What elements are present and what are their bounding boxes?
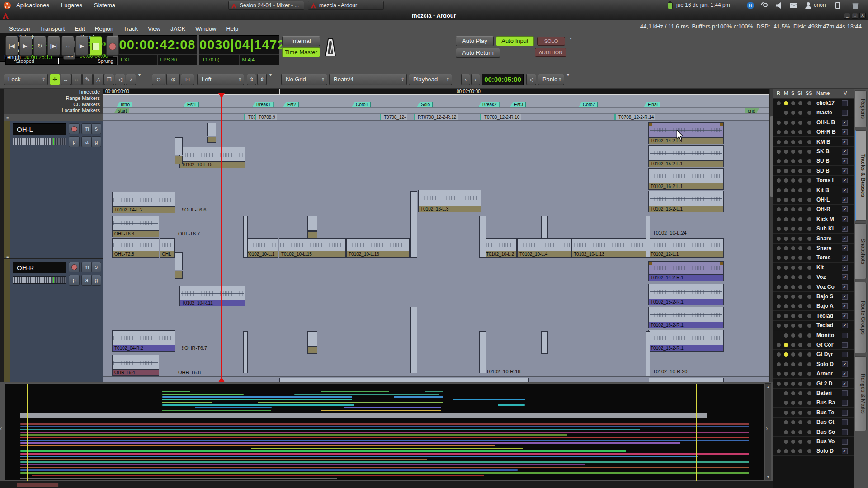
auto-input-button[interactable]: Auto Input (496, 36, 534, 46)
row-dot-si[interactable] (798, 150, 802, 154)
track-mute-button[interactable]: m (81, 262, 92, 272)
track-list-row[interactable]: Bajo S✓ (773, 292, 854, 301)
secondary-clock[interactable]: 0030|04|1472 T170.0( M 4|4 (199, 35, 279, 65)
tool-range-button[interactable]: ↔ (61, 74, 71, 85)
track-visible-checkbox[interactable]: ✓ (842, 303, 848, 309)
row-dot-ss[interactable] (807, 207, 811, 211)
track-list-name[interactable]: Bus Te (816, 409, 842, 416)
row-dot-mute[interactable] (784, 246, 788, 250)
region-T0102_10-L.16[interactable]: T0102_10-L.16 (346, 238, 410, 258)
row-dot-rec[interactable] (777, 188, 781, 192)
row-dot-si[interactable] (798, 343, 802, 347)
track-list-name[interactable]: Toms I (816, 177, 842, 183)
tool-timefx-button[interactable]: △ (93, 74, 104, 85)
row-dot-mute[interactable] (784, 111, 788, 115)
track-list-row[interactable]: maste (773, 108, 854, 117)
track-list-row[interactable]: Bus Te (773, 408, 854, 418)
row-dot-rec[interactable] (777, 169, 781, 173)
tool-audition-button[interactable]: ◁ (115, 74, 125, 85)
row-dot-rec[interactable] (777, 217, 781, 221)
tool-edit-button[interactable]: ❐ (104, 74, 114, 85)
ubuntu-logo-icon[interactable] (4, 2, 11, 9)
auto-return-button[interactable]: Auto Return (456, 48, 500, 58)
track-list-row[interactable]: SD B✓ (773, 166, 854, 176)
cd-marker-coro2[interactable]: Coro2 (579, 102, 598, 107)
ruler-label-timecode[interactable]: Timecode (78, 89, 100, 94)
row-dot-si[interactable] (798, 449, 802, 453)
session-summary[interactable] (5, 383, 764, 480)
region-marker[interactable]: T0708.9 (255, 114, 277, 120)
row-dot-si[interactable] (798, 420, 802, 424)
row-dot-solo[interactable] (791, 121, 795, 125)
transport-goto-start-button[interactable]: |◀ (5, 36, 18, 56)
region-fragment[interactable] (541, 216, 548, 238)
summary-range-line[interactable] (27, 384, 28, 481)
row-dot-ss[interactable] (807, 285, 811, 289)
track-list-name[interactable]: Monito (816, 332, 842, 338)
row-dot-mute[interactable] (784, 352, 788, 357)
region-fragment[interactable] (279, 378, 529, 382)
region-T0102_04-R.2[interactable]: T0102_04-R.2 (112, 330, 175, 352)
row-dot-mute[interactable] (784, 285, 788, 289)
row-dot-mute[interactable] (784, 140, 788, 144)
row-dot-rec[interactable] (777, 227, 781, 231)
track-color-strip[interactable] (4, 121, 10, 259)
sidebar-tab-ranges-marks[interactable]: Ranges & Marks (855, 356, 867, 431)
chevron-down-icon[interactable]: ▾ (567, 72, 569, 77)
row-dot-ss[interactable] (807, 275, 811, 279)
track-list-row[interactable]: Armor✓ (773, 369, 854, 379)
nudge-forward-button[interactable]: › (471, 74, 480, 85)
track-list-row[interactable]: Bus So (773, 427, 854, 437)
region-T0102_10-L.4[interactable]: T0102_10-L.4 (517, 238, 571, 258)
row-dot-mute[interactable] (784, 382, 788, 386)
shrink-tracks-button[interactable]: ⇕ (247, 74, 256, 85)
tool-note-button[interactable]: ♪ (126, 74, 136, 85)
track-list-row[interactable]: Snare✓ (773, 234, 854, 244)
track-list-name[interactable]: Snare (816, 245, 842, 251)
row-dot-ss[interactable] (807, 101, 811, 105)
region-fragment[interactable] (243, 216, 248, 258)
row-dot-ss[interactable] (807, 382, 811, 386)
row-dot-mute[interactable] (784, 256, 788, 260)
gnome-menu-aplicaciones[interactable]: Aplicaciones (14, 1, 52, 9)
region-fragment[interactable] (410, 307, 417, 373)
sidebar-tab-tracks-busses[interactable]: Tracks & Busses (855, 130, 867, 221)
location-marker-start[interactable]: start (114, 108, 129, 113)
row-dot-si[interactable] (798, 295, 802, 299)
track-visible-checkbox[interactable]: ✓ (842, 371, 848, 377)
row-dot-si[interactable] (798, 304, 802, 308)
row-dot-rec[interactable] (777, 237, 781, 241)
edit-mode-dropdown[interactable]: Lock (4, 74, 48, 85)
audition-indicator-button[interactable]: AUDITION (535, 48, 566, 57)
row-dot-si[interactable] (798, 391, 802, 395)
track-visible-checkbox[interactable]: ✓ (842, 294, 848, 300)
transport-stop-button[interactable] (90, 36, 102, 56)
row-dot-mute[interactable] (784, 198, 788, 202)
region-fragment[interactable] (307, 216, 317, 231)
playhead-marker-bottom[interactable] (218, 377, 225, 382)
row-dot-rec[interactable] (777, 285, 781, 289)
track-list-row[interactable]: OH-R✓ (773, 205, 854, 214)
row-dot-si[interactable] (798, 285, 802, 289)
region-T0102_10-L.15[interactable]: T0102_10-L.15 (179, 147, 245, 168)
region-T0102_16-2-R.1[interactable]: T0102_16-2-R.1 (648, 307, 724, 328)
track-visible-checkbox[interactable] (842, 400, 848, 406)
row-dot-solo[interactable] (791, 352, 795, 357)
track-visible-checkbox[interactable]: ✓ (842, 381, 848, 387)
track-list-row[interactable]: Bateri (773, 389, 854, 398)
region-T0102_04-L.2[interactable]: T0102_04-L.2 (112, 192, 175, 213)
ruler-label-range-markers[interactable]: Range Markers (66, 95, 100, 101)
track-list-name[interactable]: Bus Gt (816, 419, 842, 425)
region-T0102_10-L.13[interactable]: T0102_10-L.13 (571, 238, 646, 258)
region-OHL-T6.3[interactable]: OHL-T6.3 (112, 216, 159, 237)
mail-icon[interactable] (790, 2, 797, 9)
track-list-row[interactable]: Bus Gt (773, 418, 854, 427)
row-dot-si[interactable] (798, 333, 802, 338)
menu-help[interactable]: Help (225, 25, 239, 33)
region-fragment[interactable] (410, 191, 417, 258)
maximize-button[interactable]: □ (852, 13, 858, 19)
summary-scroll-right[interactable]: › (766, 425, 768, 432)
track-visible-checkbox[interactable]: ✓ (842, 255, 848, 261)
track-visible-checkbox[interactable]: ✓ (842, 149, 848, 155)
track-visible-checkbox[interactable] (842, 429, 848, 435)
